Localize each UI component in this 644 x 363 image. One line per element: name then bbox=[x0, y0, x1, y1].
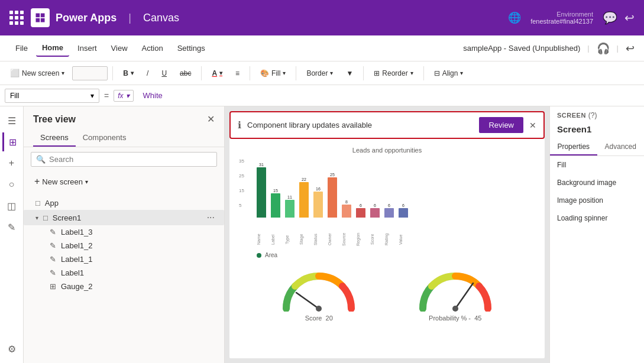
hamburger-icon-btn[interactable]: ☰ bbox=[2, 111, 21, 130]
top-bar-right: 🌐 Environment fenestrate#final42137 💬 ↩ bbox=[508, 11, 635, 25]
review-button[interactable]: Review bbox=[479, 117, 523, 133]
tab-advanced[interactable]: Advanced bbox=[597, 139, 645, 155]
prop-fill[interactable]: Fill bbox=[557, 161, 637, 169]
tab-screens[interactable]: Screens bbox=[33, 129, 76, 147]
search-input[interactable] bbox=[49, 155, 212, 164]
fx-button[interactable]: fx ▾ bbox=[114, 90, 133, 102]
bar-3-value: 11 bbox=[287, 195, 292, 199]
help-button[interactable]: 🎧 bbox=[597, 42, 610, 55]
tree-item-label1-2[interactable]: ✎ Label1_2 bbox=[24, 239, 224, 252]
chat-button[interactable]: 💬 bbox=[603, 11, 617, 25]
x-label-3: Type bbox=[285, 231, 295, 248]
formula-value[interactable]: White bbox=[138, 91, 639, 100]
tab-components[interactable]: Components bbox=[76, 129, 134, 147]
bold-button[interactable]: B ▾ bbox=[118, 66, 139, 80]
border-button[interactable]: Border ▾ bbox=[301, 66, 338, 80]
treeview-icon-btn[interactable]: ⊞ bbox=[2, 132, 21, 151]
italic-button[interactable]: / bbox=[141, 66, 154, 80]
menu-home[interactable]: Home bbox=[36, 40, 69, 57]
menu-settings[interactable]: Settings bbox=[171, 40, 211, 56]
search-box: 🔍 bbox=[31, 152, 217, 167]
toolbar: ⬜ New screen ▾ B ▾ / U abc A ▾ ≡ 🎨 Fill … bbox=[0, 61, 644, 85]
notification-close-button[interactable]: ✕ bbox=[529, 121, 536, 130]
strikethrough-label: abc bbox=[180, 69, 191, 77]
collapse-icon[interactable]: ▾ bbox=[35, 215, 38, 221]
tab-properties[interactable]: Properties bbox=[550, 139, 597, 155]
tree-close-button[interactable]: ✕ bbox=[207, 114, 215, 125]
screen1-more-icon[interactable]: ··· bbox=[207, 212, 215, 223]
prop-image-position[interactable]: Image position bbox=[557, 196, 637, 205]
gauge-1-label: Score 20 bbox=[277, 315, 360, 322]
right-panel: SCREEN (?) Screen1 Properties Advanced F… bbox=[549, 106, 644, 363]
new-screen-tree-button[interactable]: + New screen ▾ bbox=[31, 174, 92, 189]
reorder-button[interactable]: ⊞ Reorder ▾ bbox=[368, 66, 418, 80]
x-label-10: Rating bbox=[384, 231, 394, 248]
gauge-1-container: Score 20 bbox=[277, 264, 360, 322]
chart-title: Leads and opportunities bbox=[239, 147, 535, 154]
menu-view[interactable]: View bbox=[105, 40, 134, 56]
chevron-down-icon: ▾ bbox=[62, 70, 64, 76]
tree-search-container: 🔍 bbox=[24, 147, 224, 171]
bar-8 bbox=[356, 208, 365, 218]
tree-item-screen1[interactable]: ▾ □ Screen1 ··· bbox=[24, 210, 224, 225]
media-icon-btn[interactable]: ◫ bbox=[2, 196, 21, 215]
data-icon-btn[interactable]: ○ bbox=[2, 175, 21, 194]
svg-line-6 bbox=[455, 283, 473, 309]
align-button[interactable]: ≡ bbox=[230, 66, 245, 80]
environment-info: Environment fenestrate#final42137 bbox=[530, 11, 593, 25]
property-chevron-icon: ▾ bbox=[90, 92, 94, 100]
font-color-button[interactable]: A ▾ bbox=[206, 66, 228, 80]
bar-5-group: 16 bbox=[313, 187, 323, 218]
help-icon[interactable]: (?) bbox=[588, 111, 597, 119]
undo-button[interactable]: ↩ bbox=[624, 11, 635, 25]
controls-icon-btn[interactable]: ✎ bbox=[2, 218, 21, 236]
fill-button[interactable]: 🎨 Fill ▾ bbox=[255, 66, 291, 80]
add-icon-btn[interactable]: + bbox=[2, 154, 21, 173]
bar-6 bbox=[328, 177, 337, 218]
reorder-chevron-icon: ▾ bbox=[410, 70, 413, 76]
menu-action[interactable]: Action bbox=[136, 40, 169, 56]
underline-button[interactable]: U bbox=[156, 66, 172, 80]
waffle-icon[interactable] bbox=[9, 11, 24, 25]
font-color-chevron-icon: ▾ bbox=[219, 70, 222, 76]
legend-dot bbox=[257, 253, 261, 258]
top-bar: Power Apps | Canvas 🌐 Environment fenest… bbox=[0, 0, 644, 35]
bars-container: 31 15 11 22 bbox=[245, 158, 529, 218]
svg-point-7 bbox=[452, 306, 458, 312]
fill-icon: 🎨 bbox=[260, 69, 269, 77]
separator-1 bbox=[112, 66, 113, 80]
x-label-8: Region bbox=[356, 231, 365, 248]
tree-item-gauge2[interactable]: ⊞ Gauge_2 bbox=[24, 280, 224, 293]
undo-menu-button[interactable]: ↩ bbox=[626, 42, 635, 55]
app-logo: Power Apps | Canvas bbox=[31, 8, 179, 27]
tree-item-app[interactable]: □ App bbox=[24, 196, 224, 210]
new-screen-button[interactable]: ⬜ New screen ▾ bbox=[5, 66, 70, 80]
label1-label: Label1 bbox=[61, 268, 84, 277]
prop-background-image[interactable]: Background image bbox=[557, 179, 637, 187]
menu-file[interactable]: File bbox=[9, 40, 34, 56]
tree-header: Tree view ✕ bbox=[24, 106, 224, 129]
format-select[interactable] bbox=[72, 66, 108, 80]
save-status: sampleApp - Saved (Unpublished) bbox=[463, 44, 580, 53]
bar-7 bbox=[342, 205, 351, 218]
prop-loading-spinner[interactable]: Loading spinner bbox=[557, 214, 637, 222]
bar-5-value: 16 bbox=[316, 187, 321, 191]
property-selector[interactable]: Fill ▾ bbox=[5, 89, 99, 103]
reorder-label: Reorder bbox=[382, 69, 407, 77]
notification-text: Component library updates available bbox=[247, 121, 473, 129]
left-icon-bar: ☰ ⊞ + ○ ◫ ✎ ⚙ bbox=[0, 106, 24, 363]
dropdown-button[interactable]: ▼ bbox=[341, 66, 358, 80]
menu-insert[interactable]: Insert bbox=[72, 40, 103, 56]
tree-item-label1-3[interactable]: ✎ Label1_3 bbox=[24, 225, 224, 239]
bar-11-value: 6 bbox=[402, 203, 404, 208]
border-label: Border bbox=[306, 69, 328, 77]
x-axis-labels: Name Label Type Stage Status Owner Sourc… bbox=[239, 231, 535, 248]
separator-4 bbox=[296, 66, 296, 80]
gauge2-label: Gauge_2 bbox=[61, 282, 93, 291]
align-pos-button[interactable]: ⊟ Align ▾ bbox=[429, 66, 469, 80]
bar-9-group: 6 bbox=[370, 203, 380, 218]
tree-item-label1[interactable]: ✎ Label1 bbox=[24, 266, 224, 280]
settings-icon-btn[interactable]: ⚙ bbox=[2, 339, 21, 358]
tree-item-label1-1[interactable]: ✎ Label1_1 bbox=[24, 252, 224, 266]
strikethrough-button[interactable]: abc bbox=[174, 66, 196, 80]
